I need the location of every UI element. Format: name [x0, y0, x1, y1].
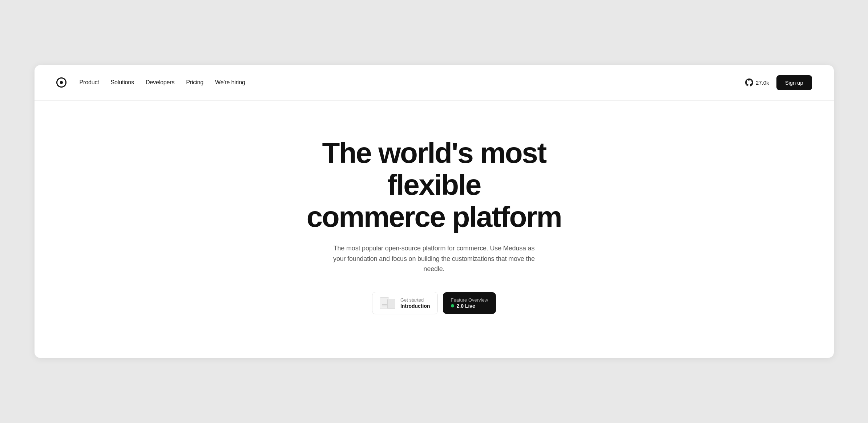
github-icon [745, 78, 753, 86]
nav-item-product[interactable]: Product [80, 79, 99, 86]
nav-link-hiring[interactable]: We're hiring [215, 79, 245, 85]
logo[interactable] [56, 77, 66, 88]
hero-section: The world's most flexible commerce platf… [35, 101, 834, 358]
logo-inner [60, 81, 63, 84]
feature-version-label: 2.0 Live [457, 303, 475, 309]
feature-live-wrap: 2.0 Live [451, 303, 488, 309]
feature-overview-text: Feature Overview 2.0 Live [451, 297, 488, 309]
doc-icon-wrapper [380, 297, 395, 309]
nav-item-pricing[interactable]: Pricing [186, 79, 203, 86]
nav-item-solutions[interactable]: Solutions [111, 79, 134, 86]
hero-subtitle: The most popular open-source platform fo… [329, 243, 540, 274]
nav-link-product[interactable]: Product [80, 79, 99, 85]
feature-overview-label: Feature Overview [451, 297, 488, 303]
nav-link-pricing[interactable]: Pricing [186, 79, 203, 85]
get-started-label: Get started [400, 297, 430, 303]
navbar-right: 27.0k Sign up [745, 75, 812, 90]
nav-link-solutions[interactable]: Solutions [111, 79, 134, 85]
get-started-text: Get started Introduction [400, 297, 430, 309]
get-started-button[interactable]: Get started Introduction [372, 292, 438, 314]
doc-icon-back [387, 299, 395, 309]
github-stars: 27.0k [756, 80, 769, 86]
navbar-left: Product Solutions Developers Pricing We'… [56, 77, 245, 88]
cta-group: Get started Introduction Feature Overvie… [372, 292, 496, 314]
nav-links: Product Solutions Developers Pricing We'… [80, 79, 245, 86]
get-started-subtitle: Introduction [400, 303, 430, 309]
navbar: Product Solutions Developers Pricing We'… [35, 65, 834, 101]
signup-button[interactable]: Sign up [776, 75, 812, 90]
page-container: Product Solutions Developers Pricing We'… [35, 65, 834, 358]
hero-title: The world's most flexible commerce platf… [289, 137, 580, 233]
nav-item-developers[interactable]: Developers [146, 79, 174, 86]
feature-overview-button[interactable]: Feature Overview 2.0 Live [443, 292, 496, 314]
nav-link-developers[interactable]: Developers [146, 79, 174, 85]
nav-item-hiring[interactable]: We're hiring [215, 79, 245, 86]
live-indicator-dot [451, 304, 454, 307]
github-link[interactable]: 27.0k [745, 78, 769, 86]
